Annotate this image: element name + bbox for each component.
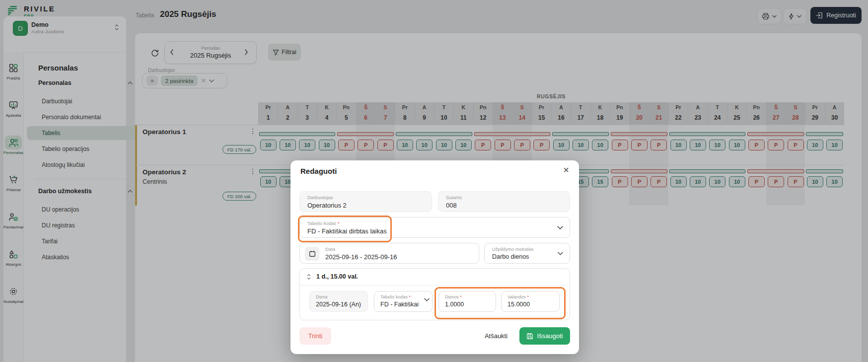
edit-dialog: Redaguoti × Darbuotojas Operatorius 2 Su… bbox=[290, 160, 579, 354]
employee-field-value: Operatorius 2 bbox=[307, 202, 347, 209]
row-code-select[interactable]: Tabelio kodas * FD - Faktiškai bbox=[374, 291, 433, 312]
cancel-button[interactable]: Atšaukti bbox=[476, 327, 516, 345]
day-field: Diena 2025-09-16 (An) bbox=[309, 291, 368, 312]
fill-method-label: Užpildymo metodas bbox=[492, 246, 533, 252]
contract-field: Sutartis 008 bbox=[438, 191, 570, 212]
date-field-value: 2025-09-16 - 2025-09-16 bbox=[325, 253, 397, 261]
timesheet-code-value: FD - Faktiškai dirbtas laikas bbox=[307, 227, 387, 235]
chevron-down-icon[interactable] bbox=[558, 252, 563, 255]
hours-input-value: 15.0000 bbox=[507, 301, 530, 308]
delete-button[interactable]: Trinti bbox=[299, 327, 331, 345]
timesheet-code-label: Tabelio kodas * bbox=[307, 220, 339, 226]
chevron-down-icon[interactable] bbox=[557, 226, 563, 229]
save-button[interactable]: Išsaugoti bbox=[519, 327, 570, 345]
entry-group: 1 d., 15.00 val. Diena 2025-09-16 (An) T… bbox=[299, 268, 570, 320]
timesheet-code-select[interactable]: Tabelio kodas * FD - Faktiškai dirbtas l… bbox=[299, 217, 570, 238]
row-code-label: Tabelio kodas * bbox=[380, 294, 411, 299]
days-input-value: 1.0000 bbox=[445, 301, 464, 308]
days-input[interactable]: Dienos * 1.0000 bbox=[438, 291, 496, 312]
day-field-label: Diena bbox=[316, 294, 328, 299]
close-icon[interactable]: × bbox=[561, 164, 571, 176]
row-code-value: FD - Faktiškai bbox=[380, 301, 419, 308]
save-icon bbox=[526, 333, 533, 340]
employee-field: Darbuotojas Operatorius 2 bbox=[299, 191, 432, 212]
contract-field-value: 008 bbox=[446, 202, 457, 209]
date-field-label: Data bbox=[325, 246, 335, 252]
hours-input-label: Valandos * bbox=[507, 294, 529, 299]
date-range-field[interactable]: Data 2025-09-16 - 2025-09-16 bbox=[299, 243, 479, 264]
day-field-value: 2025-09-16 (An) bbox=[316, 301, 361, 308]
save-button-label: Išsaugoti bbox=[537, 332, 563, 340]
dialog-title: Redaguoti bbox=[300, 167, 337, 175]
calendar-icon[interactable] bbox=[305, 247, 319, 261]
unfold-icon[interactable] bbox=[306, 274, 311, 280]
hours-input[interactable]: Valandos * 15.0000 bbox=[501, 291, 560, 312]
employee-field-label: Darbuotojas bbox=[307, 195, 333, 200]
fill-method-select[interactable]: Užpildymo metodas Darbo dienos bbox=[484, 243, 570, 264]
fill-method-value: Darbo dienos bbox=[492, 253, 529, 260]
entry-summary: 1 d., 15.00 val. bbox=[316, 273, 358, 280]
chevron-down-icon[interactable] bbox=[424, 298, 430, 301]
entry-group-header[interactable]: 1 d., 15.00 val. bbox=[300, 269, 570, 286]
contract-field-label: Sutartis bbox=[446, 195, 462, 200]
days-input-label: Dienos * bbox=[445, 294, 462, 299]
